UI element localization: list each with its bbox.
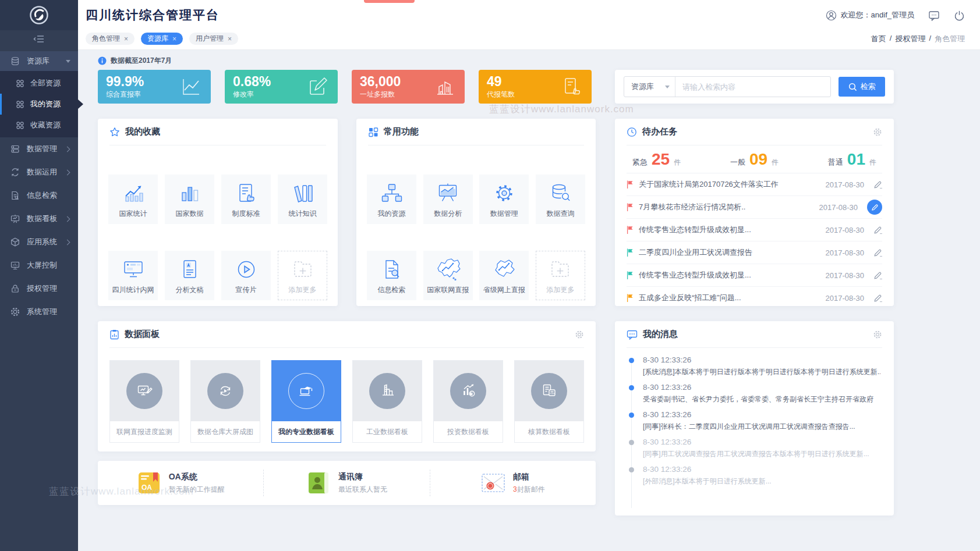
chevron-right-icon bbox=[65, 146, 70, 152]
function-tile-data-management[interactable]: 数据管理 bbox=[479, 175, 529, 224]
function-tile-my-resources[interactable]: 我的资源 bbox=[367, 175, 416, 224]
message-item[interactable]: 8-30 12:33:26 受省委副书记、省长尹力委托，省委常委、常务副省长王宁… bbox=[629, 383, 882, 404]
dashboard-tile-investment[interactable]: 投资数据看板 bbox=[433, 360, 503, 443]
favorite-tile-promo-video[interactable]: 宣传片 bbox=[221, 251, 271, 300]
function-tile-add-more[interactable]: 添加更多 bbox=[536, 251, 585, 300]
edit-button[interactable] bbox=[873, 294, 882, 303]
gear-icon[interactable] bbox=[873, 127, 882, 137]
dashboard-tile-my-professional[interactable]: 我的专业数据看板 bbox=[271, 360, 341, 443]
power-icon[interactable] bbox=[954, 10, 965, 21]
task-row[interactable]: 关于国家统计局第20170726文件落实工作 2017-08-30 bbox=[627, 173, 882, 196]
sidebar-item-authorization[interactable]: 授权管理 bbox=[0, 277, 78, 300]
quick-link-oa[interactable]: OA OA系统 暂无新的工作提醒 bbox=[98, 470, 264, 496]
sidebar-item-data-management[interactable]: 数据管理 bbox=[0, 137, 78, 161]
sidebar-item-favorite-resources[interactable]: 收藏资源 bbox=[0, 115, 78, 136]
edit-button-active[interactable] bbox=[867, 200, 882, 215]
search-button-label: 检索 bbox=[861, 81, 876, 92]
stat-common: 普通 01 件 bbox=[828, 151, 876, 168]
task-row[interactable]: 传统零售业态转型升级成效初显... 2017-08-30 bbox=[627, 219, 882, 241]
gear-icon[interactable] bbox=[873, 330, 882, 339]
message-item[interactable]: 8-30 12:33:26 [同事]张科长：二季度四川企业用工状况调用工状况调查… bbox=[629, 410, 882, 432]
edit-button[interactable] bbox=[873, 226, 882, 234]
dashboard-tile-warehouse-screen[interactable]: 数据仓库大屏成图 bbox=[190, 360, 260, 443]
breadcrumb-home[interactable]: 首页 bbox=[871, 34, 886, 44]
tab-role-management[interactable]: 角色管理 × bbox=[86, 33, 135, 45]
function-tile-data-query[interactable]: 数据查询 bbox=[536, 175, 585, 224]
unread-dot bbox=[629, 413, 634, 418]
favorite-tile-intranet[interactable]: 四川统计内网 bbox=[108, 251, 158, 300]
clipboard-chart-icon bbox=[109, 329, 119, 340]
stat-unit: 件 bbox=[772, 158, 779, 168]
message-item[interactable]: 8-30 12:33:26 [系统消息]本版本将于明日进行版本将于明日进行版本将… bbox=[629, 356, 882, 377]
function-tile-national-report[interactable]: 国家联网直报 bbox=[423, 251, 473, 300]
collapse-menu-icon bbox=[33, 35, 45, 43]
edit-button[interactable] bbox=[873, 248, 882, 257]
tab-resource-library[interactable]: 资源库 × bbox=[141, 33, 183, 45]
stat-card-modify-rate[interactable]: 0.68%修改率 bbox=[225, 70, 338, 104]
dashboard-tile-report-progress[interactable]: 联网直报进度监测 bbox=[109, 360, 179, 443]
tab-user-management[interactable]: 用户管理 × bbox=[189, 33, 238, 45]
app-logo[interactable] bbox=[0, 0, 78, 30]
sidebar-item-application-system[interactable]: 应用系统 bbox=[0, 230, 78, 254]
search-input[interactable] bbox=[675, 83, 830, 91]
quick-link-subtitle: 3封新邮件 bbox=[513, 485, 545, 495]
sidebar-item-data-board[interactable]: 数据看板 bbox=[0, 207, 78, 230]
task-row[interactable]: 二季度四川企业用工状况调查报告 2017-08-30 bbox=[627, 241, 882, 264]
common-functions-panel: 常用功能 我的资源 数据分析 数据管理 bbox=[356, 119, 596, 306]
sitemap-icon bbox=[379, 180, 405, 206]
task-row[interactable]: 传统零售业态转型升级成效初显... 2017-08-30 bbox=[627, 264, 882, 287]
sidebar-collapse-button[interactable] bbox=[0, 30, 78, 48]
search-category-select[interactable]: 资源库 bbox=[624, 77, 675, 97]
function-tile-info-search[interactable]: 信息检索 bbox=[367, 251, 416, 300]
sidebar-item-data-usage[interactable]: 数据运用 bbox=[0, 161, 78, 184]
close-icon[interactable]: × bbox=[172, 35, 176, 42]
favorite-tile-standards[interactable]: 制度标准 bbox=[221, 175, 271, 224]
task-row[interactable]: 7月攀枝花市经济运行情况简析.. 2017-08-30 bbox=[627, 196, 882, 219]
stat-card-report-rate[interactable]: 99.9%综合直报率 bbox=[98, 70, 211, 104]
function-tile-data-analysis[interactable]: 数据分析 bbox=[423, 175, 473, 224]
edit-button[interactable] bbox=[873, 271, 882, 280]
stat-count: 25 bbox=[652, 151, 670, 168]
tab-label: 用户管理 bbox=[196, 34, 224, 44]
sidebar-item-big-screen-control[interactable]: 大屏控制 bbox=[0, 254, 78, 277]
close-icon[interactable]: × bbox=[228, 35, 232, 42]
dashboard-tile-industry[interactable]: 工业数据看板 bbox=[352, 360, 422, 443]
stat-card-multi-report[interactable]: 36,000一址多报数 bbox=[352, 70, 465, 104]
favorite-tile-analysis-docs[interactable]: 分析文稿 bbox=[165, 251, 214, 300]
quick-link-contacts[interactable]: 通讯簿 最近联系人暂无 bbox=[264, 470, 430, 496]
favorite-tile-national-data[interactable]: 国家数据 bbox=[165, 175, 214, 224]
stat-card-agent-report[interactable]: 49代报笔数 bbox=[479, 70, 592, 104]
favorite-tile-add-more[interactable]: 添加更多 bbox=[278, 251, 327, 300]
stat-count: 09 bbox=[749, 151, 767, 168]
sidebar-item-all-resources[interactable]: 全部资源 bbox=[0, 73, 78, 94]
message-time: 8-30 12:33:26 bbox=[643, 410, 882, 419]
panel-title: 常用功能 bbox=[384, 126, 419, 137]
trend-chart-icon bbox=[121, 180, 146, 206]
message-list: 8-30 12:33:26 [系统消息]本版本将于明日进行版本将于明日进行版本将… bbox=[629, 356, 882, 486]
gear-icon[interactable] bbox=[575, 330, 584, 339]
favorite-tile-national-stats[interactable]: 国家统计 bbox=[108, 175, 158, 224]
data-panel: 数据面板 联网直报进度监测 数据仓库大屏成图 bbox=[98, 321, 596, 452]
messages-icon[interactable] bbox=[928, 10, 940, 21]
quick-link-mail[interactable]: 邮箱 3封新邮件 bbox=[430, 470, 596, 496]
sidebar-item-system-management[interactable]: 系统管理 bbox=[0, 300, 78, 324]
close-icon[interactable]: × bbox=[124, 35, 128, 42]
sidebar-item-resource-library[interactable]: 资源库 bbox=[0, 51, 78, 71]
sichuan-map-icon bbox=[491, 257, 517, 282]
task-row[interactable]: 五成多企业反映“招工难”问题... 2017-08-30 bbox=[627, 287, 882, 309]
function-tile-provincial-report[interactable]: 省级网上直报 bbox=[479, 251, 529, 300]
notice-text: 数据截至2017年7月 bbox=[111, 56, 172, 66]
breadcrumb-authorization[interactable]: 授权管理 bbox=[895, 34, 925, 44]
line-chart-icon bbox=[179, 75, 203, 98]
sidebar-item-my-resources[interactable]: 我的资源 bbox=[0, 94, 78, 115]
message-item[interactable]: 8-30 12:33:26 [同事]用工状况调查报告用工状况调查报告本版本将于明… bbox=[629, 438, 882, 459]
quick-link-title: 通讯簿 bbox=[338, 472, 387, 482]
search-button[interactable]: 检索 bbox=[839, 77, 885, 97]
dashboard-tile-accounting[interactable]: 核算数据看板 bbox=[514, 360, 584, 443]
edit-button[interactable] bbox=[873, 180, 882, 189]
tile-label: 国家联网直报 bbox=[427, 285, 469, 295]
quick-links-bar: OA OA系统 暂无新的工作提醒 通讯簿 最近联系人暂无 bbox=[98, 461, 596, 505]
favorite-tile-knowledge[interactable]: 统计知识 bbox=[278, 175, 327, 224]
sidebar-item-info-search[interactable]: 信息检索 bbox=[0, 184, 78, 207]
message-item[interactable]: 8-30 12:33:26 [外部消息]本版本将于明日进行系统更新... bbox=[629, 465, 882, 486]
